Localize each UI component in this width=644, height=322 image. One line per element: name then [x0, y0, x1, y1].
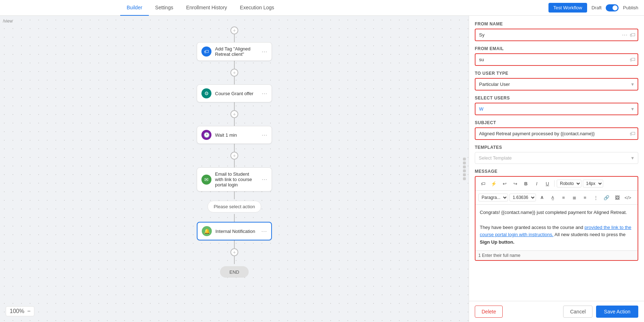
tab-settings[interactable]: Settings	[149, 0, 180, 16]
node-course-grant-menu[interactable]: ⋯	[262, 90, 267, 97]
subject-group: SUBJECT 🏷	[475, 120, 638, 140]
tab-builder[interactable]: Builder	[120, 0, 149, 16]
from-name-icons: ⋯ 🏷	[622, 31, 635, 38]
select-users-select[interactable]: W	[475, 103, 638, 115]
from-name-dots-icon[interactable]: ⋯	[622, 31, 628, 38]
subject-input-wrapper: 🏷	[475, 127, 638, 140]
node-internal-notification-menu[interactable]: ⋯	[261, 228, 267, 235]
toolbar-paragraph-select[interactable]: Paragra...	[478, 194, 508, 201]
node-email-student-icon: ✉	[201, 175, 211, 185]
templates-select[interactable]: Select Template	[475, 152, 638, 164]
editor-paragraph-2: They have been granted access to the cou…	[480, 224, 633, 246]
node-internal-notification[interactable]: 🔔 Internal Notification ⋯	[197, 222, 272, 240]
node-add-tag[interactable]: 🏷 Add Tag "Aligned Retreat client" ⋯	[197, 42, 272, 61]
connector	[234, 61, 235, 69]
node-course-grant-label: Course Grant offer	[215, 91, 258, 96]
node-add-tag-menu[interactable]: ⋯	[262, 48, 267, 55]
connector	[234, 240, 235, 248]
subject-tag-icon[interactable]: 🏷	[630, 131, 635, 137]
connector	[234, 256, 235, 264]
save-action-button[interactable]: Save Action	[596, 306, 638, 318]
add-node-top[interactable]: +	[230, 26, 238, 34]
tab-enrollment-history[interactable]: Enrollment History	[180, 0, 233, 16]
editor-link[interactable]: provided the link to the course portal l…	[480, 225, 631, 238]
delete-button[interactable]: Delete	[475, 306, 503, 318]
subject-icons: 🏷	[630, 131, 635, 137]
scroll-dot	[463, 158, 466, 161]
canvas-inner: + 🏷 Add Tag "Aligned Retreat client" ⋯ +…	[7, 23, 462, 309]
toolbar-font-color-btn[interactable]: A	[537, 193, 547, 202]
toolbar-bold-btn[interactable]: B	[521, 179, 531, 188]
toolbar-more-btn[interactable]: ⋮	[591, 193, 600, 202]
toolbar-line-height-select[interactable]: 1.63636	[509, 194, 536, 201]
to-user-type-label: TO USER TYPE	[475, 71, 638, 76]
connector	[234, 102, 235, 110]
node-wait[interactable]: 🕐 Wait 1 min ⋯	[197, 126, 272, 144]
node-wait-label: Wait 1 min	[215, 132, 258, 138]
toolbar-code-btn[interactable]: </>	[623, 193, 633, 202]
toolbar-undo-btn[interactable]: ↩	[500, 179, 509, 188]
please-select-action: Please select action	[208, 201, 261, 213]
tab-execution-logs[interactable]: Execution Logs	[234, 0, 281, 16]
publish-label: Publish	[623, 5, 638, 10]
toolbar-redo-btn[interactable]: ↪	[511, 179, 520, 188]
zoom-out-button[interactable]: −	[27, 308, 30, 314]
toolbar-tag-btn[interactable]: 🏷	[478, 179, 488, 188]
node-email-student-menu[interactable]: ⋯	[262, 176, 267, 183]
workflow-canvas[interactable]: /view + 🏷 Add Tag "Aligned Retreat clien…	[0, 16, 469, 322]
add-node-2[interactable]: +	[230, 110, 238, 118]
nav-tabs: Builder Settings Enrollment History Exec…	[120, 0, 280, 16]
toolbar-divider	[554, 180, 555, 187]
panel-collapse-button[interactable]: ‹	[469, 162, 469, 176]
node-add-tag-icon: 🏷	[201, 47, 211, 57]
from-email-group: FROM EMAIL 🏷	[475, 46, 638, 66]
toolbar-image-btn[interactable]: 🖼	[613, 193, 622, 202]
toolbar-underline-btn[interactable]: U	[543, 179, 552, 188]
toolbar-ul-btn[interactable]: ≡	[559, 193, 568, 202]
scroll-dot	[463, 162, 466, 165]
message-label: MESSAGE	[475, 169, 638, 174]
select-users-select-wrapper: W ▼	[475, 103, 638, 115]
toolbar-ol-btn[interactable]: ≣	[570, 193, 579, 202]
cancel-button[interactable]: Cancel	[563, 306, 592, 318]
toolbar-italic-btn[interactable]: I	[532, 179, 541, 188]
right-panel: ‹ FROM NAME ⋯ 🏷 FROM EMAIL	[469, 16, 644, 322]
node-email-student[interactable]: ✉ Email to Student with link to course p…	[197, 167, 272, 191]
connector	[234, 160, 235, 167]
draft-publish-toggle[interactable]	[606, 4, 619, 11]
from-name-input-wrapper: ⋯ 🏷	[475, 29, 638, 41]
add-node-1[interactable]: +	[230, 69, 238, 77]
node-add-tag-label: Add Tag "Aligned Retreat client"	[215, 46, 258, 57]
draft-label: Draft	[591, 5, 601, 10]
zoom-percent: 100%	[10, 308, 24, 314]
from-email-icons: 🏷	[630, 57, 635, 63]
from-name-tag-icon[interactable]: 🏷	[630, 32, 635, 38]
panel-footer-right: Cancel Save Action	[563, 306, 638, 318]
select-users-group: SELECT USERS W ▼	[475, 96, 638, 115]
from-email-input[interactable]	[475, 53, 638, 66]
node-wait-menu[interactable]: ⋯	[262, 132, 267, 138]
add-node-5[interactable]: +	[230, 248, 238, 256]
message-group: MESSAGE 🏷 ⚡ ↩ ↪ B I U Roboto	[475, 169, 638, 261]
editor-list-item: 1 Enter their full name	[478, 253, 520, 258]
node-course-grant[interactable]: ⚙ Course Grant offer ⋯	[197, 84, 272, 102]
test-workflow-button[interactable]: Test Workflow	[548, 3, 587, 13]
toolbar-font-select[interactable]: Roboto	[557, 180, 581, 187]
toolbar-align-btn[interactable]: ≡	[580, 193, 590, 202]
connector	[234, 144, 235, 152]
add-node-3[interactable]: +	[230, 152, 238, 160]
panel-scroll-area: FROM NAME ⋯ 🏷 FROM EMAIL 🏷	[469, 16, 644, 301]
scroll-dot	[463, 170, 466, 172]
subject-input[interactable]	[475, 127, 638, 140]
templates-group: TEMPLATES Select Template ▼	[475, 145, 638, 164]
toolbar-size-select[interactable]: 14px	[583, 180, 603, 187]
toolbar-link-btn[interactable]: 🔗	[602, 193, 611, 202]
editor-content-area[interactable]: Congrats! {{contact.name}} just complete…	[475, 205, 638, 250]
toolbar-highlight-btn[interactable]: A̲	[548, 193, 557, 202]
from-email-tag-icon[interactable]: 🏷	[630, 57, 635, 63]
scroll-dot	[463, 177, 466, 180]
to-user-type-select[interactable]: Particular User	[475, 78, 638, 91]
connector	[234, 77, 235, 84]
from-name-input[interactable]	[475, 29, 638, 41]
toolbar-lightning-btn[interactable]: ⚡	[489, 179, 498, 188]
